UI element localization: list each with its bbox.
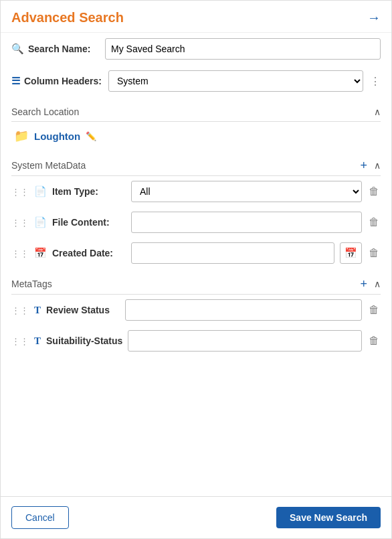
suitability-status-label: Suitability-Status <box>46 335 122 346</box>
item-type-row: ⋮⋮ 📄 Item Type: All Document Folder Imag… <box>11 176 381 207</box>
metatags-title: MetaTags <box>11 279 52 289</box>
file-content-row: ⋮⋮ 📄 File Content: 🗑 <box>11 207 381 238</box>
add-metatag-button[interactable]: + <box>359 278 369 290</box>
system-metadata-controls: + ∧ <box>359 159 381 171</box>
system-metadata-title: System MetaData <box>11 160 86 171</box>
metatags-collapse-icon[interactable]: ∧ <box>374 279 381 289</box>
columns-icon: ☰ <box>11 75 20 87</box>
form-body: 🔍 Search Name: ☰ Column Headers: System … <box>1 33 391 496</box>
save-button[interactable]: Save New Search <box>276 507 381 528</box>
created-date-label: Created Date: <box>52 248 126 258</box>
edit-location-icon[interactable]: ✏️ <box>86 131 96 141</box>
column-headers-select[interactable]: System Custom Default <box>108 70 363 92</box>
search-location-collapse-icon[interactable]: ∧ <box>374 106 381 117</box>
calendar-button[interactable]: 📅 <box>340 242 362 264</box>
file-content-input[interactable] <box>131 212 362 233</box>
created-date-delete-button[interactable]: 🗑 <box>367 247 381 259</box>
header: Advanced Search → <box>1 1 391 33</box>
review-status-drag-handle[interactable]: ⋮⋮ <box>11 305 29 315</box>
review-status-delete-button[interactable]: 🗑 <box>367 304 381 316</box>
location-name: Loughton <box>34 131 80 142</box>
footer: Cancel Save New Search <box>1 496 391 538</box>
review-status-label: Review Status <box>46 305 120 315</box>
info-icon[interactable]: ⋮ <box>370 75 381 88</box>
suitability-status-input[interactable] <box>128 330 362 352</box>
metatags-section-header: MetaTags + ∧ <box>11 271 381 295</box>
cancel-button[interactable]: Cancel <box>11 506 69 529</box>
search-name-row: 🔍 Search Name: <box>11 33 381 65</box>
search-location-section-header: Search Location ∧ <box>11 100 381 122</box>
column-headers-label: ☰ Column Headers: <box>11 75 102 87</box>
column-headers-row: ☰ Column Headers: System Custom Default … <box>11 65 381 97</box>
review-status-input[interactable] <box>125 299 362 321</box>
file-content-delete-button[interactable]: 🗑 <box>367 216 381 228</box>
folder-icon: 📁 <box>14 129 29 143</box>
created-date-row: ⋮⋮ 📅 Created Date: 📅 🗑 <box>11 238 381 268</box>
created-date-icon: 📅 <box>34 247 47 259</box>
review-status-type-icon: T <box>34 305 41 316</box>
created-date-drag-handle[interactable]: ⋮⋮ <box>11 248 29 258</box>
search-name-input[interactable] <box>105 38 381 60</box>
location-row: 📁 Loughton ✏️ <box>11 122 381 150</box>
suitability-status-drag-handle[interactable]: ⋮⋮ <box>11 336 29 346</box>
system-metadata-section-header: System MetaData + ∧ <box>11 153 381 176</box>
file-content-icon: 📄 <box>34 216 47 228</box>
page-container: Advanced Search → 🔍 Search Name: ☰ Colum… <box>0 0 392 539</box>
search-location-controls: ∧ <box>374 106 381 117</box>
item-type-icon: 📄 <box>34 185 47 198</box>
file-content-drag-handle[interactable]: ⋮⋮ <box>11 218 29 228</box>
add-metadata-button[interactable]: + <box>359 159 369 171</box>
suitability-status-type-icon: T <box>34 335 41 347</box>
search-icon: 🔍 <box>11 43 24 55</box>
system-metadata-collapse-icon[interactable]: ∧ <box>374 160 381 171</box>
item-type-label: Item Type: <box>52 186 126 197</box>
item-type-drag-handle[interactable]: ⋮⋮ <box>11 187 29 197</box>
metatags-controls: + ∧ <box>359 278 381 290</box>
suitability-status-delete-button[interactable]: 🗑 <box>367 335 381 347</box>
item-type-delete-button[interactable]: 🗑 <box>367 185 381 198</box>
file-content-label: File Content: <box>52 217 126 228</box>
suitability-status-row: ⋮⋮ T Suitability-Status 🗑 <box>11 325 381 356</box>
review-status-row: ⋮⋮ T Review Status 🗑 <box>11 295 381 325</box>
item-type-select[interactable]: All Document Folder Image <box>131 181 362 202</box>
created-date-input[interactable] <box>131 242 334 264</box>
page-title: Advanced Search <box>11 10 124 25</box>
navigate-arrow-icon[interactable]: → <box>367 10 381 25</box>
search-name-label: 🔍 Search Name: <box>11 43 98 55</box>
search-location-title: Search Location <box>11 106 79 117</box>
